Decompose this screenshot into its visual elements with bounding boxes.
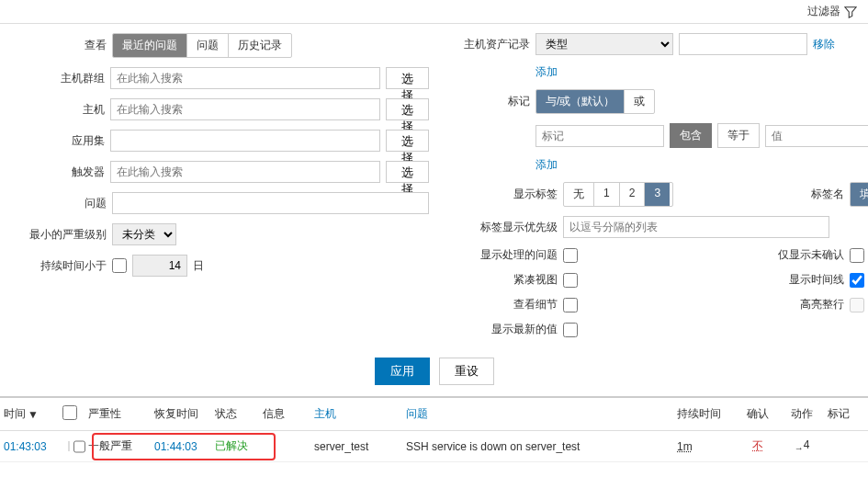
highlight-check[interactable] <box>850 298 864 312</box>
problem-label: 问题 <box>18 196 107 211</box>
tag-priority-label: 标签显示优先级 <box>457 220 558 235</box>
age-label: 持续时间小于 <box>18 258 107 274</box>
apply-button[interactable]: 应用 <box>375 358 430 385</box>
asset-value-input[interactable] <box>679 33 807 55</box>
reset-button[interactable]: 重设 <box>439 358 494 385</box>
arrow-icon: → <box>795 444 804 454</box>
view-toggle[interactable]: 最近的问题 问题 历史记录 <box>112 33 292 58</box>
showtags-none[interactable]: 无 <box>564 183 593 206</box>
trigger-select-btn[interactable]: 选择 <box>386 161 429 183</box>
host-select-btn[interactable]: 选择 <box>386 98 429 120</box>
view-recent[interactable]: 最近的问题 <box>113 34 186 57</box>
compact-label: 紧凑视图 <box>457 272 558 288</box>
tagname-label: 标签名 <box>679 187 844 202</box>
age-checkbox[interactable] <box>112 258 127 273</box>
filter-label: 过滤器 <box>807 4 840 19</box>
hostgroup-input[interactable] <box>110 67 380 89</box>
row-problem[interactable]: SSH service is down on server_test <box>406 440 670 453</box>
app-input[interactable] <box>110 130 380 152</box>
hostgroup-label: 主机群组 <box>18 71 105 86</box>
tag-contains-btn[interactable]: 包含 <box>670 123 712 148</box>
only-unack-label: 仅显示未确认 <box>679 247 844 263</box>
problem-input[interactable] <box>112 192 429 214</box>
asset-remove-link[interactable]: 移除 <box>813 37 835 52</box>
host-label: 主机 <box>18 102 105 118</box>
tag-mode-toggle[interactable]: 与/或（默认） 或 <box>535 89 655 114</box>
table-row: 01:43:03 一般严重 01:44:03 已解决 server_test S… <box>0 431 868 462</box>
filter-icon <box>844 6 857 18</box>
show-latest-label: 显示最新的值 <box>457 322 558 337</box>
showtags-1[interactable]: 1 <box>593 183 619 206</box>
trigger-label: 触发器 <box>18 165 105 180</box>
app-select-btn[interactable]: 选择 <box>386 130 429 152</box>
severity-select[interactable]: 未分类 <box>112 223 176 245</box>
tag-name-input[interactable] <box>535 125 664 147</box>
timeline-check[interactable] <box>850 273 864 288</box>
hostgroup-select-btn[interactable]: 选择 <box>386 67 429 89</box>
highlight-label: 高亮整行 <box>679 297 844 312</box>
row-status: 已解决 <box>215 438 255 454</box>
only-unack-check[interactable] <box>850 248 864 263</box>
tag-priority-input[interactable] <box>563 216 829 238</box>
th-tags: 标记 <box>828 406 864 422</box>
showtags-toggle[interactable]: 无 1 2 3 <box>563 182 673 207</box>
tag-label: 标记 <box>457 94 530 109</box>
show-processed-check[interactable] <box>563 248 578 263</box>
row-severity: 一般严重 <box>88 438 147 454</box>
tag-mode-andor[interactable]: 与/或（默认） <box>536 90 624 113</box>
showtags-label: 显示标签 <box>457 187 558 202</box>
row-time[interactable]: 01:43:03 <box>4 440 55 453</box>
th-info: 信息 <box>263 406 307 422</box>
showtags-3[interactable]: 3 <box>644 183 670 206</box>
th-duration: 持续时间 <box>677 406 732 422</box>
th-time[interactable]: 时间▼ <box>4 406 55 422</box>
severity-label: 最小的严重级别 <box>18 227 107 243</box>
compact-check[interactable] <box>563 273 578 288</box>
asset-label: 主机资产记录 <box>457 37 530 52</box>
table-header: 时间▼ 严重性 恢复时间 状态 信息 主机 问题 持续时间 确认 动作 标记 <box>0 396 868 431</box>
view-label: 查看 <box>18 38 107 53</box>
row-host[interactable]: server_test <box>314 440 399 453</box>
tagname-full[interactable]: 填满 <box>851 183 868 206</box>
show-latest-check[interactable] <box>563 323 578 337</box>
view-problems[interactable]: 问题 <box>186 34 228 57</box>
view-history[interactable]: 历史记录 <box>228 34 291 57</box>
th-ack: 确认 <box>739 406 776 422</box>
tag-equals-btn[interactable]: 等于 <box>717 123 760 148</box>
timeline-label: 显示时间线 <box>679 272 844 288</box>
tag-value-input[interactable] <box>765 125 868 147</box>
details-check[interactable] <box>563 298 578 312</box>
th-host[interactable]: 主机 <box>314 406 399 422</box>
th-actions: 动作 <box>783 406 820 422</box>
th-severity[interactable]: 严重性 <box>88 406 147 422</box>
details-label: 查看细节 <box>457 297 558 312</box>
asset-add-link[interactable]: 添加 <box>535 64 558 80</box>
age-value[interactable] <box>132 255 187 277</box>
show-processed-label: 显示处理的问题 <box>457 247 558 263</box>
row-ack[interactable]: 不 <box>739 438 776 454</box>
th-problem[interactable]: 问题 <box>406 406 670 422</box>
row-duration[interactable]: 1m <box>677 440 732 453</box>
asset-type-select[interactable]: 类型 <box>535 33 673 55</box>
select-all-check[interactable] <box>62 405 77 420</box>
row-recovery[interactable]: 01:44:03 <box>154 440 208 453</box>
row-actions[interactable]: →4 <box>783 438 820 453</box>
th-recovery: 恢复时间 <box>154 406 208 422</box>
tagname-toggle[interactable]: 填满 缩短 无 <box>850 182 868 207</box>
tag-mode-or[interactable]: 或 <box>624 90 654 113</box>
trigger-input[interactable] <box>110 161 380 183</box>
age-unit: 日 <box>193 258 204 274</box>
host-input[interactable] <box>110 98 380 120</box>
showtags-2[interactable]: 2 <box>619 183 645 206</box>
timeline-connector-icon <box>68 441 70 451</box>
filter-toggle[interactable]: 过滤器 <box>807 4 857 19</box>
app-label: 应用集 <box>18 133 105 149</box>
sort-desc-icon: ▼ <box>28 408 39 421</box>
th-status: 状态 <box>215 406 255 422</box>
row-check[interactable] <box>73 439 85 454</box>
tag-add-link[interactable]: 添加 <box>535 157 558 173</box>
